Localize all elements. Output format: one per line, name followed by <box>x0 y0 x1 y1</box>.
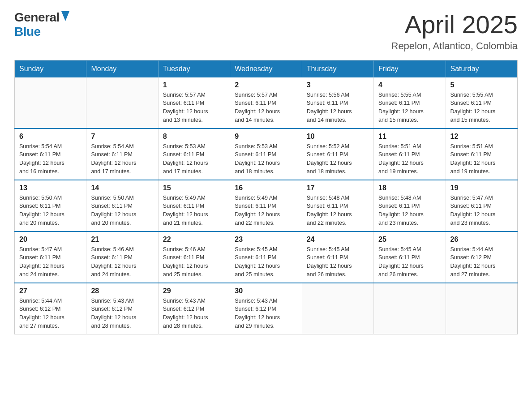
column-header-thursday: Thursday <box>302 60 373 77</box>
day-number: 24 <box>307 235 369 244</box>
day-info: Sunrise: 5:53 AMSunset: 6:11 PMDaylight:… <box>235 142 297 176</box>
calendar-cell: 22Sunrise: 5:46 AMSunset: 6:11 PMDayligh… <box>158 231 230 283</box>
title-section: April 2025 Repelon, Atlantico, Colombia <box>391 11 518 52</box>
day-info: Sunrise: 5:45 AMSunset: 6:11 PMDaylight:… <box>235 245 297 279</box>
calendar-cell <box>86 77 158 128</box>
day-number: 22 <box>163 235 225 244</box>
calendar-cell: 28Sunrise: 5:43 AMSunset: 6:12 PMDayligh… <box>86 283 158 334</box>
day-number: 18 <box>378 184 441 192</box>
day-info: Sunrise: 5:51 AMSunset: 6:11 PMDaylight:… <box>450 142 513 176</box>
day-number: 1 <box>163 81 225 89</box>
day-number: 5 <box>450 81 513 89</box>
calendar-cell: 3Sunrise: 5:56 AMSunset: 6:11 PMDaylight… <box>302 77 373 128</box>
logo-general-text: General <box>14 11 60 25</box>
day-number: 13 <box>19 184 82 192</box>
day-info: Sunrise: 5:57 AMSunset: 6:11 PMDaylight:… <box>163 91 225 124</box>
day-info: Sunrise: 5:52 AMSunset: 6:11 PMDaylight:… <box>307 142 369 176</box>
day-number: 23 <box>235 235 297 244</box>
calendar-header-row: SundayMondayTuesdayWednesdayThursdayFrid… <box>15 60 518 77</box>
calendar-week-row: 27Sunrise: 5:44 AMSunset: 6:12 PMDayligh… <box>15 283 518 334</box>
calendar-cell: 14Sunrise: 5:50 AMSunset: 6:11 PMDayligh… <box>86 180 158 231</box>
day-number: 8 <box>163 133 225 141</box>
day-info: Sunrise: 5:50 AMSunset: 6:11 PMDaylight:… <box>19 194 82 227</box>
day-info: Sunrise: 5:45 AMSunset: 6:11 PMDaylight:… <box>378 245 441 279</box>
day-number: 26 <box>450 235 513 244</box>
day-number: 4 <box>378 81 441 89</box>
calendar-cell: 17Sunrise: 5:48 AMSunset: 6:11 PMDayligh… <box>302 180 373 231</box>
column-header-wednesday: Wednesday <box>230 60 302 77</box>
calendar-cell: 5Sunrise: 5:55 AMSunset: 6:11 PMDaylight… <box>446 77 517 128</box>
calendar-cell <box>374 283 446 334</box>
day-number: 7 <box>91 133 153 141</box>
day-info: Sunrise: 5:47 AMSunset: 6:11 PMDaylight:… <box>450 194 513 227</box>
logo: General Blue <box>14 11 69 39</box>
day-info: Sunrise: 5:57 AMSunset: 6:11 PMDaylight:… <box>235 91 297 124</box>
calendar-cell: 20Sunrise: 5:47 AMSunset: 6:11 PMDayligh… <box>15 231 86 283</box>
day-info: Sunrise: 5:49 AMSunset: 6:11 PMDaylight:… <box>235 194 297 227</box>
calendar-cell: 6Sunrise: 5:54 AMSunset: 6:11 PMDaylight… <box>15 128 86 180</box>
day-info: Sunrise: 5:44 AMSunset: 6:12 PMDaylight:… <box>450 245 513 279</box>
calendar-week-row: 20Sunrise: 5:47 AMSunset: 6:11 PMDayligh… <box>15 231 518 283</box>
day-number: 10 <box>307 133 369 141</box>
month-year-title: April 2025 <box>391 11 518 39</box>
day-info: Sunrise: 5:56 AMSunset: 6:11 PMDaylight:… <box>307 91 369 124</box>
calendar-cell: 23Sunrise: 5:45 AMSunset: 6:11 PMDayligh… <box>230 231 302 283</box>
day-info: Sunrise: 5:43 AMSunset: 6:12 PMDaylight:… <box>91 297 153 330</box>
day-number: 21 <box>91 235 153 244</box>
calendar-cell <box>302 283 373 334</box>
calendar-table: SundayMondayTuesdayWednesdayThursdayFrid… <box>14 60 518 334</box>
day-number: 2 <box>235 81 297 89</box>
column-header-saturday: Saturday <box>446 60 517 77</box>
calendar-cell: 15Sunrise: 5:49 AMSunset: 6:11 PMDayligh… <box>158 180 230 231</box>
day-info: Sunrise: 5:48 AMSunset: 6:11 PMDaylight:… <box>307 194 369 227</box>
day-info: Sunrise: 5:54 AMSunset: 6:11 PMDaylight:… <box>19 142 82 176</box>
day-number: 19 <box>450 184 513 192</box>
calendar-cell: 27Sunrise: 5:44 AMSunset: 6:12 PMDayligh… <box>15 283 86 334</box>
day-number: 16 <box>235 184 297 192</box>
logo-blue-text: Blue <box>14 25 41 39</box>
day-info: Sunrise: 5:47 AMSunset: 6:11 PMDaylight:… <box>19 245 82 279</box>
day-number: 9 <box>235 133 297 141</box>
day-info: Sunrise: 5:46 AMSunset: 6:11 PMDaylight:… <box>91 245 153 279</box>
calendar-cell: 30Sunrise: 5:43 AMSunset: 6:12 PMDayligh… <box>230 283 302 334</box>
calendar-cell: 29Sunrise: 5:43 AMSunset: 6:12 PMDayligh… <box>158 283 230 334</box>
day-number: 6 <box>19 133 82 141</box>
day-info: Sunrise: 5:43 AMSunset: 6:12 PMDaylight:… <box>163 297 225 330</box>
day-number: 20 <box>19 235 82 244</box>
calendar-cell: 11Sunrise: 5:51 AMSunset: 6:11 PMDayligh… <box>374 128 446 180</box>
calendar-week-row: 6Sunrise: 5:54 AMSunset: 6:11 PMDaylight… <box>15 128 518 180</box>
day-number: 3 <box>307 81 369 89</box>
day-number: 25 <box>378 235 441 244</box>
column-header-sunday: Sunday <box>15 60 86 77</box>
day-number: 12 <box>450 133 513 141</box>
calendar-cell: 9Sunrise: 5:53 AMSunset: 6:11 PMDaylight… <box>230 128 302 180</box>
page-header: General Blue April 2025 Repelon, Atlanti… <box>14 11 518 52</box>
calendar-cell: 26Sunrise: 5:44 AMSunset: 6:12 PMDayligh… <box>446 231 517 283</box>
day-number: 17 <box>307 184 369 192</box>
calendar-cell: 24Sunrise: 5:45 AMSunset: 6:11 PMDayligh… <box>302 231 373 283</box>
day-info: Sunrise: 5:55 AMSunset: 6:11 PMDaylight:… <box>378 91 441 124</box>
calendar-cell: 18Sunrise: 5:48 AMSunset: 6:11 PMDayligh… <box>374 180 446 231</box>
calendar-cell: 16Sunrise: 5:49 AMSunset: 6:11 PMDayligh… <box>230 180 302 231</box>
calendar-week-row: 1Sunrise: 5:57 AMSunset: 6:11 PMDaylight… <box>15 77 518 128</box>
calendar-cell: 21Sunrise: 5:46 AMSunset: 6:11 PMDayligh… <box>86 231 158 283</box>
day-number: 28 <box>91 287 153 295</box>
calendar-cell: 8Sunrise: 5:53 AMSunset: 6:11 PMDaylight… <box>158 128 230 180</box>
day-number: 11 <box>378 133 441 141</box>
column-header-monday: Monday <box>86 60 158 77</box>
calendar-cell <box>446 283 517 334</box>
calendar-cell: 10Sunrise: 5:52 AMSunset: 6:11 PMDayligh… <box>302 128 373 180</box>
calendar-cell: 19Sunrise: 5:47 AMSunset: 6:11 PMDayligh… <box>446 180 517 231</box>
logo-triangle-icon <box>61 11 69 23</box>
day-number: 30 <box>235 287 297 295</box>
day-info: Sunrise: 5:43 AMSunset: 6:12 PMDaylight:… <box>235 297 297 330</box>
calendar-cell: 25Sunrise: 5:45 AMSunset: 6:11 PMDayligh… <box>374 231 446 283</box>
calendar-cell: 4Sunrise: 5:55 AMSunset: 6:11 PMDaylight… <box>374 77 446 128</box>
day-info: Sunrise: 5:49 AMSunset: 6:11 PMDaylight:… <box>163 194 225 227</box>
day-info: Sunrise: 5:45 AMSunset: 6:11 PMDaylight:… <box>307 245 369 279</box>
day-info: Sunrise: 5:46 AMSunset: 6:11 PMDaylight:… <box>163 245 225 279</box>
day-info: Sunrise: 5:55 AMSunset: 6:11 PMDaylight:… <box>450 91 513 124</box>
day-number: 29 <box>163 287 225 295</box>
column-header-friday: Friday <box>374 60 446 77</box>
calendar-cell: 7Sunrise: 5:54 AMSunset: 6:11 PMDaylight… <box>86 128 158 180</box>
